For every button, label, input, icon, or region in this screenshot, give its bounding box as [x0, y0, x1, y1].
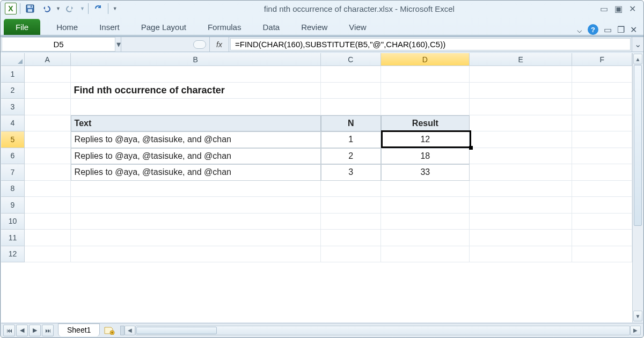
formula-input[interactable] — [230, 38, 631, 50]
maximize-button[interactable]: ▣ — [614, 4, 623, 14]
cell-A9[interactable] — [25, 197, 71, 214]
cell-D7[interactable]: 33 — [381, 164, 470, 181]
vscroll-thumb[interactable] — [634, 65, 642, 226]
select-all-corner[interactable] — [1, 53, 25, 65]
sheet-tab-sheet1[interactable]: Sheet1 — [58, 324, 100, 336]
cell-B12[interactable] — [71, 246, 321, 263]
tab-data[interactable]: Data — [252, 19, 290, 35]
new-sheet-button[interactable] — [102, 325, 117, 336]
cell-E6[interactable] — [470, 148, 572, 165]
refresh-icon[interactable] — [92, 3, 105, 14]
cell-A5[interactable] — [25, 131, 71, 148]
cell-E3[interactable] — [470, 99, 572, 115]
tab-review[interactable]: Review — [290, 19, 338, 35]
row-header[interactable]: 12 — [1, 246, 25, 263]
cell-A8[interactable] — [25, 181, 71, 197]
cell-E7[interactable] — [470, 164, 572, 181]
hscroll-track[interactable] — [135, 326, 630, 335]
tab-page-layout[interactable]: Page Layout — [130, 19, 197, 35]
cell-C2[interactable] — [321, 83, 381, 99]
cell-F4[interactable] — [572, 115, 632, 132]
hscroll-splitter[interactable] — [120, 326, 125, 335]
fill-handle[interactable] — [469, 146, 473, 150]
cell-B10[interactable] — [71, 214, 321, 230]
cell-C10[interactable] — [321, 214, 381, 230]
col-header-c[interactable]: C — [321, 53, 381, 65]
cell-F2[interactable] — [572, 83, 632, 99]
scroll-right-icon[interactable]: ▶ — [630, 326, 641, 335]
cell-A2[interactable] — [25, 83, 71, 99]
workbook-restore-icon[interactable]: ❐ — [617, 25, 625, 35]
cell-F10[interactable] — [572, 214, 632, 230]
cell-D4[interactable]: Result — [381, 115, 470, 132]
ribbon-minimize-icon[interactable]: ⌵ — [577, 25, 582, 35]
scroll-left-icon[interactable]: ◀ — [125, 326, 135, 335]
hscroll-thumb[interactable] — [136, 327, 217, 334]
cell-F12[interactable] — [572, 246, 632, 263]
cell-B9[interactable] — [71, 197, 321, 214]
fx-label[interactable]: fx — [210, 37, 229, 52]
cell-B2[interactable]: Find nth occurrence of character — [71, 83, 321, 99]
cell-F8[interactable] — [572, 181, 632, 197]
cell-D3[interactable] — [381, 99, 470, 115]
row-header[interactable]: 7 — [1, 164, 25, 181]
row-header[interactable]: 1 — [1, 66, 25, 83]
vertical-scrollbar[interactable]: ▲ ▼ — [632, 53, 643, 322]
worksheet-grid[interactable]: A B C D E F 12Find nth occurrence of cha… — [1, 53, 632, 322]
cell-E8[interactable] — [470, 181, 572, 197]
cell-E10[interactable] — [470, 214, 572, 230]
row-header[interactable]: 11 — [1, 230, 25, 246]
scroll-up-icon[interactable]: ▲ — [633, 54, 642, 64]
row-header[interactable]: 6 — [1, 148, 25, 165]
cell-F7[interactable] — [572, 164, 632, 181]
cell-A12[interactable] — [25, 246, 71, 263]
cell-E5[interactable] — [470, 131, 572, 148]
row-header[interactable]: 9 — [1, 197, 25, 214]
help-icon[interactable]: ? — [588, 24, 598, 35]
cell-D6[interactable]: 18 — [381, 148, 470, 165]
row-header[interactable]: 4 — [1, 115, 25, 132]
cell-D1[interactable] — [381, 66, 470, 83]
cell-B11[interactable] — [71, 230, 321, 246]
sheet-nav-prev-icon[interactable]: ◀ — [16, 325, 28, 336]
cell-D9[interactable] — [381, 197, 470, 214]
sheet-nav-last-icon[interactable]: ⏭ — [42, 325, 54, 336]
cell-A3[interactable] — [25, 99, 71, 115]
cell-C5[interactable]: 1 — [321, 131, 381, 148]
col-header-d[interactable]: D — [381, 53, 470, 65]
row-header[interactable]: 8 — [1, 181, 25, 197]
cell-D2[interactable] — [381, 83, 470, 99]
cell-B8[interactable] — [71, 181, 321, 197]
cell-E12[interactable] — [470, 246, 572, 263]
cell-E1[interactable] — [470, 66, 572, 83]
col-header-b[interactable]: B — [71, 53, 321, 65]
cell-A4[interactable] — [25, 115, 71, 132]
cell-C8[interactable] — [321, 181, 381, 197]
cell-B1[interactable] — [71, 66, 321, 83]
col-header-e[interactable]: E — [470, 53, 572, 65]
cell-C12[interactable] — [321, 246, 381, 263]
tab-home[interactable]: Home — [46, 19, 89, 35]
row-header[interactable]: 3 — [1, 99, 25, 115]
cell-C7[interactable]: 3 — [321, 164, 381, 181]
row-header[interactable]: 10 — [1, 214, 25, 230]
name-box-dropdown-icon[interactable]: ▾ — [116, 39, 121, 49]
redo-button[interactable] — [64, 3, 77, 14]
cell-D11[interactable] — [381, 230, 470, 246]
workbook-minimize-icon[interactable]: ▭ — [604, 25, 612, 35]
cell-A7[interactable] — [25, 164, 71, 181]
cell-B7[interactable]: Replies to @aya, @tasisuke, and @chan — [71, 164, 321, 181]
qat-customize-icon[interactable]: ▼ — [112, 6, 119, 11]
cell-A11[interactable] — [25, 230, 71, 246]
cell-F5[interactable] — [572, 131, 632, 148]
minimize-button[interactable]: ▭ — [600, 4, 608, 14]
cell-A1[interactable] — [25, 66, 71, 83]
row-header[interactable]: 5 — [1, 131, 25, 148]
cell-F9[interactable] — [572, 197, 632, 214]
save-button[interactable] — [24, 3, 36, 14]
cell-D8[interactable] — [381, 181, 470, 197]
cell-C9[interactable] — [321, 197, 381, 214]
col-header-f[interactable]: F — [572, 53, 632, 65]
formula-expand-icon[interactable]: ⌄ — [632, 37, 643, 52]
cell-A6[interactable] — [25, 148, 71, 165]
